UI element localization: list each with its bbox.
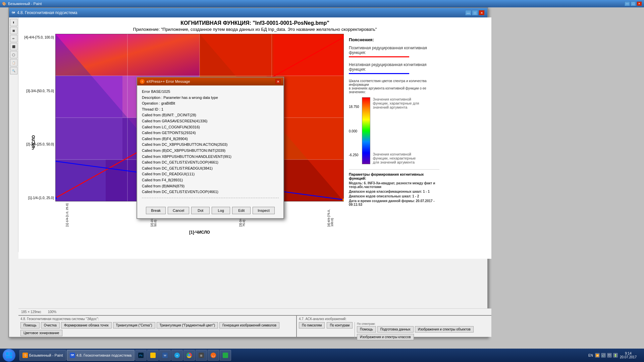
paint-title-buttons: — □ ✕ xyxy=(625,1,642,6)
app-taskbar-icon: 🗺 xyxy=(70,353,75,358)
dialog-title-icon: ! xyxy=(140,79,145,84)
dot-button[interactable]: Dot xyxy=(191,207,210,214)
error-dialog: ! eXPress++ Error Message ✕ Error BASE/1… xyxy=(137,77,284,219)
ps-icon: Ps xyxy=(138,353,144,358)
paint-minimize[interactable]: — xyxy=(625,1,630,6)
error-line-14: Called from DC_GETLIST:READGUI(3841) xyxy=(142,166,279,172)
db-icon: ▦ xyxy=(199,353,204,358)
sys-icons: 📶 🔊 🛡 🔋 xyxy=(595,353,618,358)
taskbar-item-ps[interactable]: Ps xyxy=(135,350,147,361)
error-line-5: Called from (B)INIT: _DCINIT(28) xyxy=(142,112,279,118)
svg-rect-34 xyxy=(6,356,9,358)
break-button[interactable]: Break xyxy=(146,207,166,214)
taskbar-item-folder[interactable] xyxy=(147,350,159,361)
error-line-17: Called from (B)MAIN(879) xyxy=(142,183,279,189)
error-line-13: Called from DC_GETLIST:EVENTLOOP(4661) xyxy=(142,160,279,166)
paint-maximize[interactable]: □ xyxy=(631,1,636,6)
taskbar-item-paint[interactable]: 🎨 Безымянный - Paint xyxy=(19,350,66,361)
volume-icon: 🔊 xyxy=(601,353,606,358)
app-window: 🗺 4.8. Геокогнитивная подсистема — □ ✕ ⬆… xyxy=(8,7,488,338)
error-line-16: Called from F4_8(28931) xyxy=(142,177,279,183)
windows-taskbar: 🎨 Безымянный - Paint 🗺 4.8. Геокогнитивн… xyxy=(0,349,644,362)
word-icon: W xyxy=(162,353,168,358)
paint-close[interactable]: ✕ xyxy=(637,1,642,6)
taskbar-app-label: 4.8. Геокогнитивная подсистема xyxy=(76,353,131,357)
taskbar-right: EN 📶 🔊 🛡 🔋 9:14 20.07.2017 xyxy=(585,352,644,359)
firefox-icon: 🦊 xyxy=(211,353,216,358)
taskbar-item-word[interactable]: W xyxy=(159,350,171,361)
paint-titlebar: 🎨 Безымянный - Paint — □ ✕ xyxy=(0,0,644,7)
paint-title: Безымянный - Paint xyxy=(8,2,42,6)
network-icon: 📶 xyxy=(595,353,600,358)
taskbar-paint-label: Безымянный - Paint xyxy=(29,353,63,357)
taskbar-item-db[interactable]: ▦ xyxy=(196,350,207,361)
dialog-content: Error BASE/1025 Description : Parameter … xyxy=(137,85,283,204)
battery-icon: 🔋 xyxy=(613,353,618,358)
ie-icon: e xyxy=(174,353,180,358)
error-line-6: Called from GRASAVESCREEN(41336) xyxy=(142,118,279,124)
dialog-close-button[interactable]: ✕ xyxy=(275,79,281,84)
antivirus-icon: 🛡 xyxy=(607,353,612,358)
green-app-icon xyxy=(223,353,228,358)
taskbar-item-app[interactable]: 🗺 4.8. Геокогнитивная подсистема xyxy=(67,350,135,361)
error-line-18: Called from DC_GETLIST:EVENTLOOP(4661) xyxy=(142,189,279,195)
error-line-10: Called from DC_XBPPUSHBUTTON:ACTION(2503… xyxy=(142,142,279,148)
paint-taskbar-icon: 🎨 xyxy=(22,353,28,358)
cancel-button[interactable]: Cancel xyxy=(168,207,189,214)
dialog-overlay: ! eXPress++ Error Message ✕ Error BASE/1… xyxy=(9,8,487,337)
error-line-1: Error BASE/1025 xyxy=(142,89,279,95)
folder-icon xyxy=(150,353,156,358)
error-line-2: Description : Parameter has a wrong data… xyxy=(142,95,279,101)
dialog-titlebar: ! eXPress++ Error Message ✕ xyxy=(137,77,283,85)
start-orb[interactable] xyxy=(3,349,15,362)
error-line-11: Called from (B)DC_XBPPUSHBUTTON:INIT(203… xyxy=(142,148,279,154)
lang-indicator: EN xyxy=(588,354,593,357)
error-line-3: Operation : graBitBlt xyxy=(142,101,279,107)
taskbar-item-ie[interactable]: e xyxy=(171,350,183,361)
error-line-9: Called from (B)F4_8(28904) xyxy=(142,136,279,142)
error-line-4: Thread ID : 1 xyxy=(142,107,279,113)
dialog-buttons: Break Cancel Dot Log Edit Inspect xyxy=(137,204,283,218)
svg-rect-35 xyxy=(9,356,12,358)
windows-logo-icon xyxy=(6,352,12,359)
taskbar-items: 🎨 Безымянный - Paint 🗺 4.8. Геокогнитивн… xyxy=(18,350,585,361)
date-display: 20.07.2017 xyxy=(620,355,637,359)
svg-rect-32 xyxy=(6,352,9,355)
dialog-separator xyxy=(142,198,279,198)
error-line-7: Called from LC_COGNFUN(30316) xyxy=(142,124,279,130)
error-line-8: Called from GETPOINTS(29324) xyxy=(142,130,279,136)
time-display: 9:14 xyxy=(620,352,637,355)
dialog-title: eXPress++ Error Message xyxy=(147,79,190,83)
log-button[interactable]: Log xyxy=(212,207,230,214)
chrome-icon xyxy=(186,353,192,358)
taskbar-item-fx[interactable]: 🦊 xyxy=(208,350,219,361)
taskbar-item-chrome[interactable] xyxy=(183,350,195,361)
error-line-12: Called from XBPPUSHBUTTON:HANDLEEVENT(99… xyxy=(142,154,279,160)
clock: 9:14 20.07.2017 xyxy=(620,352,637,359)
edit-button[interactable]: Edit xyxy=(232,207,251,214)
error-line-15: Called from DC_READGUI(111) xyxy=(142,171,279,177)
start-button[interactable] xyxy=(0,349,18,362)
inspect-button[interactable]: Inspect xyxy=(253,207,274,214)
taskbar-item-green[interactable] xyxy=(220,350,231,361)
svg-rect-33 xyxy=(9,352,12,355)
